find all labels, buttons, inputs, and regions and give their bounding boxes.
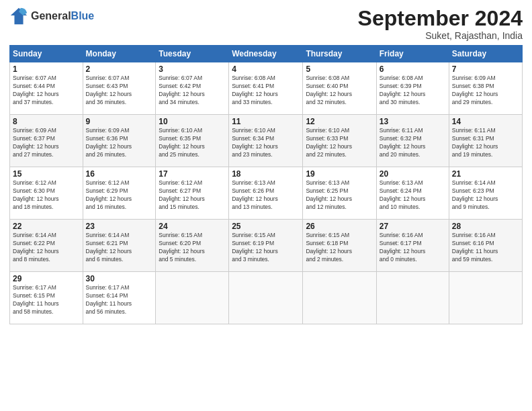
day-number: 10 (159, 117, 226, 126)
day-number: 19 (306, 169, 373, 179)
calendar-cell: 17Sunrise: 6:12 AM Sunset: 6:27 PM Dayli… (156, 167, 229, 220)
calendar-cell: 9Sunrise: 6:09 AM Sunset: 6:36 PM Daylig… (83, 115, 156, 167)
day-number: 7 (452, 64, 519, 74)
day-info: Sunrise: 6:10 AM Sunset: 6:33 PM Dayligh… (306, 127, 373, 159)
day-info: Sunrise: 6:09 AM Sunset: 6:38 PM Dayligh… (452, 75, 519, 107)
day-number: 1 (13, 64, 80, 74)
calendar-cell: 26Sunrise: 6:15 AM Sunset: 6:18 PM Dayli… (303, 220, 376, 272)
day-info: Sunrise: 6:15 AM Sunset: 6:19 PM Dayligh… (232, 232, 300, 264)
calendar-cell: 13Sunrise: 6:11 AM Sunset: 6:32 PM Dayli… (376, 115, 449, 167)
calendar-week-3: 15Sunrise: 6:12 AM Sunset: 6:30 PM Dayli… (10, 167, 523, 220)
month-title: September 2024 (358, 7, 523, 30)
day-number: 14 (452, 117, 519, 126)
calendar-cell (376, 272, 449, 324)
day-info: Sunrise: 6:14 AM Sunset: 6:22 PM Dayligh… (13, 232, 80, 264)
calendar-cell: 24Sunrise: 6:15 AM Sunset: 6:20 PM Dayli… (156, 220, 229, 272)
col-monday: Monday (83, 46, 156, 62)
day-info: Sunrise: 6:09 AM Sunset: 6:37 PM Dayligh… (13, 127, 80, 159)
day-info: Sunrise: 6:14 AM Sunset: 6:21 PM Dayligh… (86, 232, 153, 264)
day-info: Sunrise: 6:08 AM Sunset: 6:41 PM Dayligh… (232, 75, 300, 107)
day-number: 23 (86, 222, 153, 231)
day-number: 13 (380, 117, 446, 126)
calendar-cell: 19Sunrise: 6:13 AM Sunset: 6:25 PM Dayli… (303, 167, 376, 220)
header: GeneralBlue September 2024 Suket, Rajast… (9, 7, 523, 41)
day-info: Sunrise: 6:11 AM Sunset: 6:31 PM Dayligh… (452, 127, 519, 159)
day-number: 11 (232, 117, 300, 126)
day-info: Sunrise: 6:15 AM Sunset: 6:18 PM Dayligh… (306, 232, 373, 264)
day-number: 29 (13, 274, 80, 283)
calendar-cell: 20Sunrise: 6:13 AM Sunset: 6:24 PM Dayli… (376, 167, 449, 220)
calendar-cell: 15Sunrise: 6:12 AM Sunset: 6:30 PM Dayli… (10, 167, 83, 220)
day-number: 28 (452, 222, 519, 231)
day-number: 3 (159, 64, 226, 74)
day-info: Sunrise: 6:16 AM Sunset: 6:16 PM Dayligh… (452, 232, 519, 264)
day-number: 27 (380, 222, 446, 231)
day-info: Sunrise: 6:12 AM Sunset: 6:29 PM Dayligh… (86, 179, 153, 212)
calendar-cell: 16Sunrise: 6:12 AM Sunset: 6:29 PM Dayli… (83, 167, 156, 220)
calendar-week-4: 22Sunrise: 6:14 AM Sunset: 6:22 PM Dayli… (10, 220, 523, 272)
calendar-cell (156, 272, 229, 324)
day-number: 5 (306, 64, 373, 74)
calendar-cell: 22Sunrise: 6:14 AM Sunset: 6:22 PM Dayli… (10, 220, 83, 272)
day-number: 25 (232, 222, 300, 231)
day-info: Sunrise: 6:10 AM Sunset: 6:35 PM Dayligh… (159, 127, 226, 159)
day-info: Sunrise: 6:07 AM Sunset: 6:42 PM Dayligh… (159, 75, 226, 107)
calendar-cell: 11Sunrise: 6:10 AM Sunset: 6:34 PM Dayli… (229, 115, 303, 167)
calendar-week-5: 29Sunrise: 6:17 AM Sunset: 6:15 PM Dayli… (10, 272, 523, 324)
day-info: Sunrise: 6:12 AM Sunset: 6:27 PM Dayligh… (159, 179, 226, 212)
calendar-cell: 10Sunrise: 6:10 AM Sunset: 6:35 PM Dayli… (156, 115, 229, 167)
calendar-cell: 14Sunrise: 6:11 AM Sunset: 6:31 PM Dayli… (449, 115, 522, 167)
day-info: Sunrise: 6:09 AM Sunset: 6:36 PM Dayligh… (86, 127, 153, 159)
day-info: Sunrise: 6:13 AM Sunset: 6:24 PM Dayligh… (380, 179, 446, 212)
calendar-cell (229, 272, 303, 324)
calendar-cell: 25Sunrise: 6:15 AM Sunset: 6:19 PM Dayli… (229, 220, 303, 272)
day-info: Sunrise: 6:08 AM Sunset: 6:40 PM Dayligh… (306, 75, 373, 107)
day-info: Sunrise: 6:16 AM Sunset: 6:17 PM Dayligh… (380, 232, 446, 264)
day-number: 24 (159, 222, 226, 231)
day-number: 4 (232, 64, 300, 74)
day-number: 8 (13, 117, 80, 126)
day-number: 30 (86, 274, 153, 283)
calendar-cell: 2Sunrise: 6:07 AM Sunset: 6:43 PM Daylig… (83, 62, 156, 115)
logo-icon (9, 7, 28, 26)
calendar-cell: 7Sunrise: 6:09 AM Sunset: 6:38 PM Daylig… (449, 62, 522, 115)
calendar-header-row: Sunday Monday Tuesday Wednesday Thursday… (10, 46, 523, 62)
day-info: Sunrise: 6:11 AM Sunset: 6:32 PM Dayligh… (380, 127, 446, 159)
calendar-table: Sunday Monday Tuesday Wednesday Thursday… (9, 45, 523, 324)
day-number: 12 (306, 117, 373, 126)
logo-general: General (31, 10, 71, 21)
calendar-cell (449, 272, 522, 324)
calendar-week-2: 8Sunrise: 6:09 AM Sunset: 6:37 PM Daylig… (10, 115, 523, 167)
day-info: Sunrise: 6:10 AM Sunset: 6:34 PM Dayligh… (232, 127, 300, 159)
col-wednesday: Wednesday (229, 46, 303, 62)
day-number: 26 (306, 222, 373, 231)
day-number: 17 (159, 169, 226, 179)
location: Suket, Rajasthan, India (358, 30, 523, 41)
calendar-cell: 1Sunrise: 6:07 AM Sunset: 6:44 PM Daylig… (10, 62, 83, 115)
calendar-cell: 4Sunrise: 6:08 AM Sunset: 6:41 PM Daylig… (229, 62, 303, 115)
calendar-cell: 8Sunrise: 6:09 AM Sunset: 6:37 PM Daylig… (10, 115, 83, 167)
calendar-cell: 28Sunrise: 6:16 AM Sunset: 6:16 PM Dayli… (449, 220, 522, 272)
day-info: Sunrise: 6:17 AM Sunset: 6:15 PM Dayligh… (13, 284, 80, 316)
calendar-cell: 23Sunrise: 6:14 AM Sunset: 6:21 PM Dayli… (83, 220, 156, 272)
calendar-cell: 18Sunrise: 6:13 AM Sunset: 6:26 PM Dayli… (229, 167, 303, 220)
title-block: September 2024 Suket, Rajasthan, India (358, 7, 523, 41)
day-number: 22 (13, 222, 80, 231)
day-info: Sunrise: 6:15 AM Sunset: 6:20 PM Dayligh… (159, 232, 226, 264)
day-info: Sunrise: 6:12 AM Sunset: 6:30 PM Dayligh… (13, 179, 80, 212)
day-number: 18 (232, 169, 300, 179)
calendar-cell (303, 272, 376, 324)
col-sunday: Sunday (10, 46, 83, 62)
day-info: Sunrise: 6:14 AM Sunset: 6:23 PM Dayligh… (452, 179, 519, 212)
calendar-week-1: 1Sunrise: 6:07 AM Sunset: 6:44 PM Daylig… (10, 62, 523, 115)
calendar-cell: 30Sunrise: 6:17 AM Sunset: 6:14 PM Dayli… (83, 272, 156, 324)
col-tuesday: Tuesday (156, 46, 229, 62)
day-number: 21 (452, 169, 519, 179)
day-number: 2 (86, 64, 153, 74)
col-friday: Friday (376, 46, 449, 62)
calendar-cell: 3Sunrise: 6:07 AM Sunset: 6:42 PM Daylig… (156, 62, 229, 115)
calendar-cell: 29Sunrise: 6:17 AM Sunset: 6:15 PM Dayli… (10, 272, 83, 324)
calendar-cell: 12Sunrise: 6:10 AM Sunset: 6:33 PM Dayli… (303, 115, 376, 167)
logo-blue: Blue (71, 10, 95, 21)
day-info: Sunrise: 6:07 AM Sunset: 6:43 PM Dayligh… (86, 75, 153, 107)
